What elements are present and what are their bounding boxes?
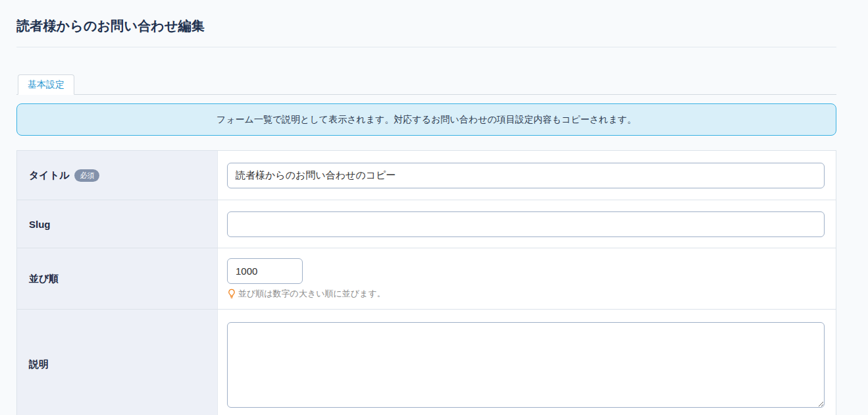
page-title: 読者様からのお問い合わせ編集 [16,0,836,35]
sort-order-field-cell: 並び順は数字の大きい順に並びます。 [218,248,836,309]
title-label: タイトル [29,169,69,182]
edit-form-page: 読者様からのお問い合わせ編集 基本設定 フォーム一覧で説明として表示されます。対… [0,0,868,415]
sort-order-input[interactable] [227,258,303,284]
description-label-cell: 説明 [17,310,218,415]
form-row-title: タイトル 必須 [17,151,836,200]
sort-order-label: 並び順 [29,273,59,285]
sort-order-hint-text: 並び順は数字の大きい順に並びます。 [238,288,386,300]
title-label-cell: タイトル 必須 [17,151,218,200]
sort-order-label-cell: 並び順 [17,248,218,309]
lightbulb-icon [227,289,236,298]
description-textarea[interactable] [227,322,825,408]
info-banner: フォーム一覧で説明として表示されます。対応するお問い合わせの項目設定内容もコピー… [16,103,836,136]
slug-label: Slug [29,219,51,230]
info-banner-text: フォーム一覧で説明として表示されます。対応するお問い合わせの項目設定内容もコピー… [217,114,636,126]
form-row-slug: Slug [17,200,836,248]
form-row-sort-order: 並び順 並び順は数字の大きい順に並びます。 [17,248,836,309]
description-field-cell [218,310,836,415]
settings-form-table: タイトル 必須 Slug 並び順 [16,150,836,415]
slug-input[interactable] [227,211,825,237]
description-label: 説明 [29,358,49,371]
title-divider [16,47,836,47]
tab-label: 基本設定 [28,79,64,90]
required-badge: 必須 [74,169,99,182]
sort-order-hint: 並び順は数字の大きい順に並びます。 [227,288,386,300]
title-field-cell [218,151,836,200]
form-row-description: 説明 [17,309,836,415]
title-input[interactable] [227,163,825,188]
slug-field-cell [218,200,836,248]
tab-basic-settings[interactable]: 基本設定 [18,74,74,95]
tab-bar: 基本設定 [16,74,836,95]
slug-label-cell: Slug [17,200,218,248]
